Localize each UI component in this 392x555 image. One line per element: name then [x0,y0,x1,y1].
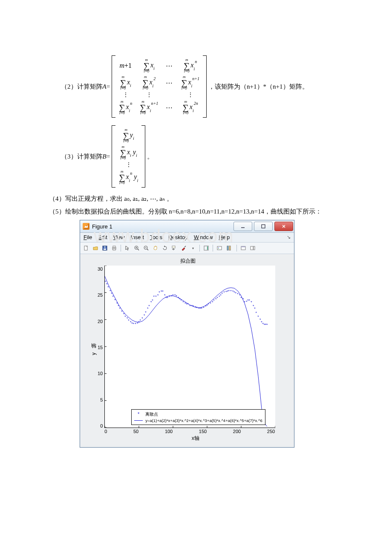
menu-view[interactable]: View [113,234,125,240]
svg-text:*: * [159,290,160,295]
menu-expand-icon[interactable]: ↘ [287,234,291,240]
ytick: 30 [98,266,103,272]
close-button[interactable] [274,222,293,231]
svg-rect-7 [104,246,106,248]
svg-rect-18 [172,246,175,248]
svg-text:*: * [169,295,170,299]
maximize-button[interactable] [254,222,273,231]
ytick: 5 [98,397,103,402]
svg-text:*: * [155,295,157,299]
ytick: 20 [98,319,103,324]
svg-text:*: * [223,290,225,295]
eq2-label-pre: （2）计算矩阵 [61,83,103,91]
ytick: 25 [98,292,103,298]
insert-colorbar-icon[interactable] [225,244,233,252]
legend[interactable]: *离散点 y=a(1)+a(2)*x+a(3)*x.^2+a(4)*x.^3+a… [131,409,265,425]
svg-text:*: * [119,306,121,311]
xtick: 50 [133,429,138,434]
legend-marker-icon: * [134,411,143,417]
svg-text:*: * [162,289,164,294]
new-icon[interactable] [82,244,90,252]
svg-text:*: * [172,293,174,298]
equation-2: （2）计算矩阵 A = m+1 m∑i=0xi ⋯ m∑i=0xin m∑i=0… [61,55,343,118]
svg-text:*: * [230,289,232,293]
svg-rect-1 [262,225,265,228]
svg-text:*: * [133,322,135,326]
matrix-A: m+1 m∑i=0xi ⋯ m∑i=0xin m∑i=0xi m∑i=0xi2 … [112,55,207,118]
y-ticks: 30 25 20 15 10 5 0 [98,266,104,429]
svg-line-12 [138,249,139,250]
svg-text:*: * [148,304,150,308]
xtick: 150 [199,429,207,434]
pan-icon[interactable] [151,244,160,252]
svg-line-16 [147,249,148,250]
svg-text:*: * [266,323,268,327]
svg-text:*: * [256,311,257,315]
menu-desktop[interactable]: Desktop [168,234,188,240]
menu-file[interactable]: File [84,234,92,240]
svg-text:*: * [176,294,177,298]
svg-rect-27 [227,246,228,250]
zoom-out-icon[interactable] [142,244,150,252]
insert-legend-icon[interactable] [215,244,224,252]
svg-text:*: * [257,315,259,319]
svg-text:*: * [135,322,136,326]
ytick: 15 [98,345,103,350]
pointer-icon[interactable] [123,244,132,252]
matrix-B: m∑i=0yi m∑i=0xi yi ⋮ m∑i=0xin yi [112,125,145,188]
menu-tools[interactable]: Tools [150,234,162,240]
svg-rect-10 [113,249,115,250]
svg-text:*: * [228,289,230,293]
svg-rect-6 [104,249,106,250]
svg-text:*: * [249,298,251,303]
svg-text:*: * [152,298,153,303]
eq2-label-post: ，该矩阵为（n+1）*（n+1）矩阵。 [208,83,308,91]
svg-text:*: * [237,292,239,296]
menu-help[interactable]: Help [219,234,230,240]
datacursor-icon[interactable] [170,244,179,252]
legend-line-icon [134,420,143,421]
xtick: 250 [267,429,275,434]
print-icon[interactable] [110,244,118,252]
svg-text:*: * [235,291,237,295]
menubar: File Edit View Insert Tools Desktop Wind… [80,233,294,243]
eq2-var: A [103,83,107,90]
minimize-button[interactable] [233,222,252,231]
svg-rect-9 [113,246,115,247]
brush-icon[interactable] [179,244,188,252]
paragraph-5: （5）绘制出数据拟合后的曲线图。分别取 n=6,n=8,n=10,n=11,n=… [49,206,343,217]
titlebar: Figure 1 [80,220,294,233]
menu-window[interactable]: Window [194,234,213,240]
matlab-logo-icon [83,223,89,230]
x-ticks: 0 50 100 150 200 250 [104,428,275,434]
svg-rect-30 [241,246,245,247]
menu-insert[interactable]: Insert [131,234,144,240]
show-plot-tools-icon[interactable] [248,244,257,252]
eq2-equals: = [107,83,110,90]
ytick: 0 [98,423,103,428]
zoom-in-icon[interactable] [133,244,141,252]
menu-edit[interactable]: Edit [98,234,107,240]
svg-line-21 [184,246,186,247]
xtick: 0 [104,429,107,434]
svg-text:*: * [254,306,256,311]
svg-text:*: * [114,298,116,302]
legend-item-1: 离散点 [145,411,158,417]
eq3-label-pre: （3）计算矩阵 [61,153,103,161]
open-icon[interactable] [91,244,100,252]
hide-plot-tools-icon[interactable] [239,244,248,252]
chart-title: 拟合图 [89,257,286,265]
save-icon[interactable] [101,244,109,252]
link-icon[interactable]: ▾ [189,244,197,252]
rotate-icon[interactable] [161,244,169,252]
legend-item-2: y=a(1)+a(2)*x+a(3)*x.^2+a(4)*x.^3+a(5)*x… [145,418,262,423]
xtick: 200 [233,429,241,434]
xtick: 100 [165,429,173,434]
colorbar-icon[interactable] [202,244,210,252]
svg-rect-31 [251,246,253,250]
svg-rect-24 [217,246,222,250]
eq3-label-post: 。 [147,153,153,161]
axes[interactable]: ****************************************… [104,266,275,428]
x-axis-label: x轴 [104,435,286,442]
svg-text:*: * [216,296,218,300]
